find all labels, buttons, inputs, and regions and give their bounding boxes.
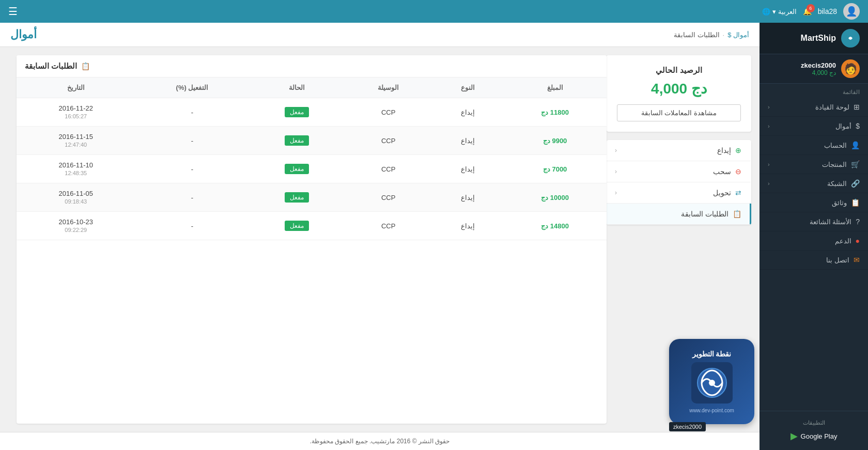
sidebar-item-label: الأسئلة الشائعة bbox=[810, 218, 852, 226]
table-row: 7000 دج إيداع CCP مفعل - 2016-11-1012:48… bbox=[17, 155, 607, 183]
cell-type: إيداع bbox=[432, 212, 503, 240]
balance-title: الرصيد الحالي bbox=[617, 66, 741, 75]
sidebar-item-docs[interactable]: 📋 وثائق bbox=[760, 193, 868, 212]
cell-date: 2016-11-1012:48:35 bbox=[17, 155, 135, 183]
sidebar-item-label: الشبكة bbox=[827, 180, 847, 188]
flag-icon: 🌐 bbox=[762, 8, 770, 15]
sidebar-user-details: zkecis2000 دج 4,000 bbox=[768, 61, 836, 76]
sidebar-item-support[interactable]: ● الدعم bbox=[760, 231, 868, 251]
cell-activation: - bbox=[135, 155, 250, 183]
table-header: 📋 الطلبات السابقة bbox=[17, 55, 607, 77]
col-activation: التفعيل (%) bbox=[135, 77, 250, 98]
sidebar-balance: دج 4,000 bbox=[768, 69, 836, 76]
action-transfer[interactable]: ⇄ تحويل ‹ bbox=[607, 182, 751, 204]
sidebar-user-info: 🧑 zkecis2000 دج 4,000 bbox=[760, 54, 868, 84]
table-row: 14800 دج إيداع CCP مفعل - 2016-10-2309:2… bbox=[17, 212, 607, 240]
sidebar-item-label: المنتجات bbox=[822, 161, 847, 168]
google-play-label: Google Play bbox=[801, 432, 838, 440]
chevron-icon: ‹ bbox=[615, 189, 617, 196]
cell-activation: - bbox=[135, 212, 250, 240]
cell-status: مفعل bbox=[250, 183, 345, 212]
cell-method: CCP bbox=[345, 183, 432, 212]
table-row: 10000 دج إيداع CCP مفعل - 2016-11-0509:1… bbox=[17, 183, 607, 212]
cell-status: مفعل bbox=[250, 212, 345, 240]
action-history[interactable]: 📋 الطلبات السابقة bbox=[607, 204, 751, 225]
table-icon: 📋 bbox=[81, 62, 90, 70]
footer: حقوق النشر © 2016 مارتشيب. جميع الحقوق م… bbox=[0, 432, 760, 450]
svg-point-3 bbox=[709, 380, 715, 386]
cell-status: مفعل bbox=[250, 127, 345, 155]
sidebar-section-label: القائمة bbox=[760, 84, 868, 98]
dev-point-logo-svg bbox=[691, 362, 733, 404]
col-status: الحالة bbox=[250, 77, 345, 98]
cell-date: 2016-11-1512:47:40 bbox=[17, 127, 135, 155]
transactions-table: المبلغ النوع الوسيلة الحالة التفعيل (%) … bbox=[17, 77, 607, 240]
col-date: التاريخ bbox=[17, 77, 135, 98]
breadcrumb: أموال $ · الطلبات السابقة bbox=[674, 31, 749, 39]
cell-activation: - bbox=[135, 98, 250, 127]
dev-point-overlay: نقطة التطوير www.dev-point.com zkecis200… bbox=[669, 339, 754, 424]
status-badge: مفعل bbox=[285, 164, 309, 174]
page-title: أموال bbox=[10, 28, 37, 41]
sidebar-item-label: وثائق bbox=[832, 199, 847, 207]
action-deposit[interactable]: ⊕ إيداع ‹ bbox=[607, 140, 751, 161]
google-play-button[interactable]: Google Play ▶ bbox=[768, 430, 860, 442]
finance-icon: $ bbox=[856, 122, 860, 130]
cell-date: 2016-11-2216:05:27 bbox=[17, 98, 135, 127]
balance-amount: دج 4,000 bbox=[617, 80, 741, 97]
sidebar-item-products[interactable]: 🛒 المنتجات ‹ bbox=[760, 155, 868, 174]
cell-method: CCP bbox=[345, 98, 432, 127]
cell-method: CCP bbox=[345, 155, 432, 183]
sidebar-item-finance[interactable]: $ أموال ‹ bbox=[760, 117, 868, 136]
col-method: الوسيلة bbox=[345, 77, 432, 98]
avatar: 👤 bbox=[843, 3, 860, 20]
sidebar-item-label: أموال bbox=[835, 122, 851, 130]
action-label: تحويل bbox=[713, 189, 731, 197]
content-area: أموال $ · الطلبات السابقة أموال الرصيد ا… bbox=[0, 23, 760, 450]
table-title: الطلبات السابقة bbox=[25, 61, 77, 71]
main-content: الرصيد الحالي دج 4,000 مشاهدة المعاملات … bbox=[0, 47, 760, 432]
breadcrumb-bar: أموال $ · الطلبات السابقة أموال bbox=[0, 23, 760, 47]
sidebar-item-label: اتصل بنا bbox=[826, 256, 849, 264]
hamburger-menu[interactable]: ☰ bbox=[8, 5, 18, 18]
cell-amount: 10000 دج bbox=[503, 183, 607, 212]
chevron-down-icon: ▾ bbox=[772, 8, 776, 15]
sidebar-item-dashboard[interactable]: ⊞ لوحة القيادة ‹ bbox=[760, 98, 868, 117]
cell-amount: 11800 دج bbox=[503, 98, 607, 127]
action-label: سحب bbox=[713, 167, 731, 176]
cell-activation: - bbox=[135, 183, 250, 212]
cell-amount: 14800 دج bbox=[503, 212, 607, 240]
footer-text: حقوق النشر © 2016 مارتشيب. جميع الحقوق م… bbox=[310, 438, 450, 445]
sidebar-item-faq[interactable]: ? الأسئلة الشائعة bbox=[760, 212, 868, 231]
deposit-icon: ⊕ bbox=[735, 146, 741, 154]
sidebar-item-label: لوحة القيادة bbox=[815, 103, 849, 111]
cell-amount: 9900 دج bbox=[503, 127, 607, 155]
breadcrumb-current: الطلبات السابقة bbox=[674, 31, 720, 39]
dev-point-title: نقطة التطوير bbox=[692, 350, 732, 358]
sidebar-item-network[interactable]: 🔗 الشبكة ‹ bbox=[760, 174, 868, 193]
cell-amount: 7000 دج bbox=[503, 155, 607, 183]
nav-username: bila28 bbox=[818, 7, 837, 15]
view-transactions-button[interactable]: مشاهدة المعاملات السابقة bbox=[617, 104, 741, 121]
faq-icon: ? bbox=[856, 218, 860, 226]
language-selector[interactable]: العربية ▾ 🌐 bbox=[762, 8, 797, 15]
top-nav-left: 👤 bila28 🔔 6 العربية ▾ 🌐 bbox=[762, 3, 860, 20]
top-nav-right: ☰ bbox=[8, 5, 18, 18]
bell-button[interactable]: 🔔 6 bbox=[803, 7, 812, 15]
contact-icon: ✉ bbox=[854, 256, 860, 264]
cell-type: إيداع bbox=[432, 183, 503, 212]
sidebar-item-label: الدعم bbox=[835, 237, 851, 245]
network-icon: 🔗 bbox=[851, 179, 860, 188]
breadcrumb-separator: · bbox=[723, 31, 725, 39]
chevron-icon: ‹ bbox=[768, 161, 770, 167]
cell-status: مفعل bbox=[250, 155, 345, 183]
sidebar-item-contact[interactable]: ✉ اتصل بنا bbox=[760, 251, 868, 270]
status-badge: مفعل bbox=[285, 135, 309, 146]
chevron-icon: ‹ bbox=[768, 123, 770, 129]
breadcrumb-home[interactable]: أموال $ bbox=[727, 31, 749, 39]
dashboard-icon: ⊞ bbox=[854, 103, 860, 111]
chevron-icon: ‹ bbox=[768, 104, 770, 110]
table-row: 9900 دج إيداع CCP مفعل - 2016-11-1512:47… bbox=[17, 127, 607, 155]
sidebar-item-account[interactable]: 👤 الحساب bbox=[760, 136, 868, 155]
action-withdraw[interactable]: ⊖ سحب ‹ bbox=[607, 161, 751, 182]
